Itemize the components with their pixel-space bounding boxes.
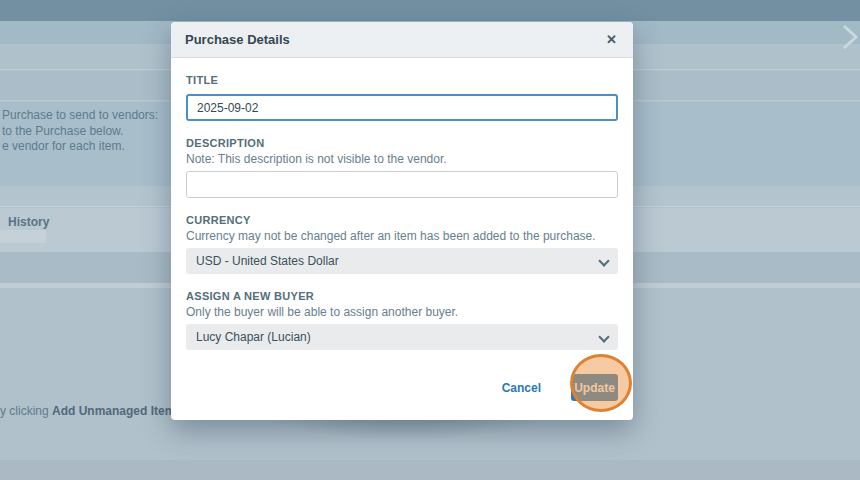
buyer-label: ASSIGN A NEW BUYER	[186, 291, 618, 302]
chevron-down-icon	[600, 255, 608, 263]
tab-history: History	[8, 215, 49, 229]
top-navbar	[0, 0, 860, 21]
cancel-button[interactable]: Cancel	[502, 381, 541, 395]
info-line: Purchase to send to vendors:	[2, 108, 158, 124]
currency-note: Currency may not be changed after an ite…	[186, 230, 618, 243]
close-icon[interactable]: ✕	[604, 31, 619, 48]
info-line: e vendor for each item.	[2, 139, 158, 155]
chevron-down-icon	[600, 331, 608, 339]
bottom-hint-bold: Add Unmanaged Item	[52, 404, 175, 418]
currency-field-group: CURRENCY Currency may not be changed aft…	[186, 215, 618, 274]
buyer-note: Only the buyer will be able to assign an…	[186, 306, 618, 319]
modal-footer: Cancel Update	[186, 374, 618, 401]
bottom-band	[0, 460, 860, 480]
active-tab-indicator	[0, 230, 46, 243]
title-input[interactable]	[186, 94, 618, 121]
buyer-selected-value: Lucy Chapar (Lucian)	[196, 330, 311, 344]
description-label: DESCRIPTION	[186, 138, 618, 149]
modal-title: Purchase Details	[185, 32, 290, 47]
info-line: to the Purchase below.	[2, 124, 158, 140]
title-field-group: TITLE	[186, 75, 618, 121]
purchase-details-modal: Purchase Details ✕ TITLE DESCRIPTION Not…	[171, 22, 633, 420]
update-button[interactable]: Update	[571, 374, 618, 401]
modal-header: Purchase Details ✕	[171, 22, 633, 58]
currency-label: CURRENCY	[186, 215, 618, 226]
buyer-field-group: ASSIGN A NEW BUYER Only the buyer will b…	[186, 291, 618, 350]
info-panel-text: Purchase to send to vendors: to the Purc…	[2, 108, 158, 155]
breadcrumb-chevron-icon	[838, 24, 860, 50]
screen: Purchase to send to vendors: to the Purc…	[0, 0, 860, 480]
description-note: Note: This description is not visible to…	[186, 153, 618, 166]
currency-selected-value: USD - United States Dollar	[196, 254, 339, 268]
description-input[interactable]	[186, 171, 618, 198]
bottom-hint-text: y clicking Add Unmanaged Item.	[0, 404, 179, 418]
bottom-hint-prefix: y clicking	[0, 404, 52, 418]
currency-select[interactable]: USD - United States Dollar	[186, 248, 618, 274]
buyer-select[interactable]: Lucy Chapar (Lucian)	[186, 324, 618, 350]
description-field-group: DESCRIPTION Note: This description is no…	[186, 138, 618, 198]
title-label: TITLE	[186, 75, 618, 86]
modal-body: TITLE DESCRIPTION Note: This description…	[171, 58, 633, 420]
